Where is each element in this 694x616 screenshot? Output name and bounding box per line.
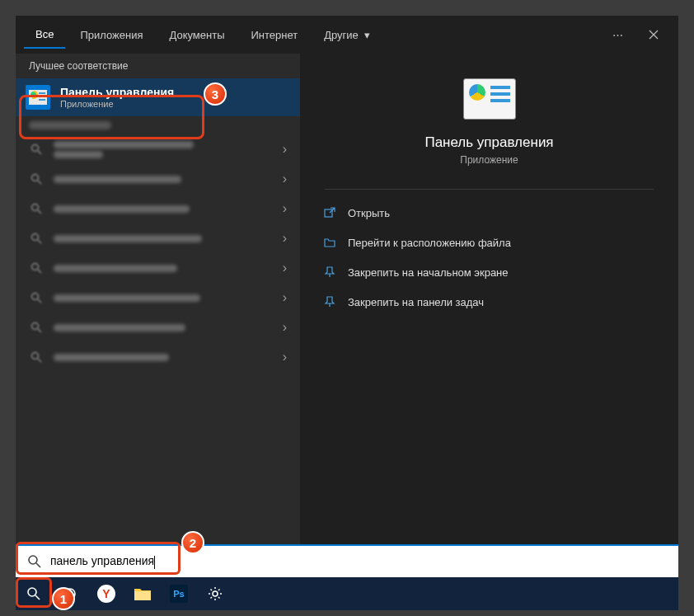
- separator: [325, 189, 654, 190]
- search-topbar: Все Приложения Документы Интернет Другие…: [16, 16, 678, 54]
- search-icon: [29, 290, 44, 305]
- chevron-down-icon: ▾: [364, 29, 370, 41]
- svg-point-19: [213, 591, 218, 596]
- result-control-panel[interactable]: Панель управления Приложение: [16, 78, 300, 116]
- chevron-right-icon: ›: [283, 350, 287, 364]
- action-file-location[interactable]: Перейти к расположению файла: [317, 228, 662, 257]
- action-pin-start[interactable]: Закрепить на начальном экране: [317, 257, 662, 287]
- preview-subtitle: Приложение: [460, 154, 518, 166]
- pin-icon: [323, 266, 336, 279]
- web-result[interactable]: ›: [16, 253, 300, 283]
- search-icon: [29, 261, 44, 275]
- search-window: Все Приложения Документы Интернет Другие…: [16, 16, 678, 577]
- open-icon: [323, 206, 336, 219]
- web-result[interactable]: ›: [16, 283, 300, 313]
- svg-rect-14: [325, 209, 332, 217]
- svg-point-11: [32, 294, 39, 300]
- search-input-text: панель управления: [50, 554, 154, 567]
- text-cursor: [154, 556, 155, 569]
- chevron-right-icon: ›: [283, 172, 287, 186]
- web-result[interactable]: ›: [16, 164, 300, 194]
- result-title: Панель управления: [60, 86, 290, 99]
- taskbar-photoshop-button[interactable]: Ps: [161, 577, 197, 610]
- preview-panel: Панель управления Приложение Открыть Пер…: [300, 54, 678, 577]
- tab-all[interactable]: Все: [24, 21, 65, 49]
- action-label: Открыть: [348, 207, 390, 219]
- taskbar-explorer-button[interactable]: [124, 577, 161, 610]
- action-pin-taskbar[interactable]: Закрепить на панели задач: [317, 287, 662, 317]
- web-result[interactable]: ›: [16, 313, 300, 342]
- search-input[interactable]: панель управления: [50, 554, 667, 568]
- search-icon: [29, 172, 44, 186]
- search-icon: [27, 554, 42, 569]
- search-icon: [29, 231, 44, 246]
- tab-documents[interactable]: Документы: [157, 22, 236, 48]
- web-result[interactable]: ›: [16, 342, 300, 372]
- svg-point-7: [32, 175, 39, 181]
- action-label: Перейти к расположению файла: [348, 237, 511, 249]
- svg-point-17: [65, 589, 75, 599]
- tab-internet[interactable]: Интернет: [239, 22, 309, 48]
- action-open[interactable]: Открыть: [317, 198, 662, 228]
- pin-taskbar-icon: [323, 295, 336, 308]
- results-panel: Лучшее соответствие Панель управления Пр…: [16, 54, 300, 577]
- svg-point-12: [32, 323, 39, 330]
- close-icon: [649, 30, 659, 40]
- svg-rect-18: [134, 591, 151, 600]
- chevron-right-icon: ›: [283, 142, 287, 157]
- chevron-right-icon: ›: [283, 320, 287, 335]
- search-bar[interactable]: панель управления: [16, 544, 678, 577]
- web-search-header: [16, 116, 300, 134]
- taskbar: Y Ps: [16, 577, 678, 610]
- search-icon: [29, 142, 44, 157]
- svg-point-13: [32, 353, 39, 360]
- web-result[interactable]: ›: [16, 194, 300, 223]
- chevron-right-icon: ›: [283, 261, 287, 275]
- taskbar-search-button[interactable]: [16, 577, 52, 610]
- taskbar-yandex-button[interactable]: Y: [88, 577, 124, 610]
- svg-point-9: [32, 234, 39, 241]
- tab-more[interactable]: Другие ▾: [312, 22, 382, 48]
- web-result[interactable]: ›: [16, 134, 300, 164]
- taskbar-cortana-button[interactable]: [52, 577, 88, 610]
- action-label: Закрепить на начальном экране: [348, 266, 509, 279]
- chevron-right-icon: ›: [283, 231, 287, 246]
- svg-point-6: [32, 145, 39, 152]
- svg-rect-5: [39, 99, 45, 101]
- chevron-right-icon: ›: [283, 201, 287, 216]
- tab-apps[interactable]: Приложения: [68, 22, 154, 48]
- result-subtitle: Приложение: [60, 99, 290, 109]
- preview-title: Панель управления: [424, 134, 553, 151]
- search-icon: [29, 201, 44, 216]
- best-match-header: Лучшее соответствие: [16, 54, 300, 78]
- svg-rect-4: [39, 96, 45, 97]
- svg-point-10: [32, 264, 39, 270]
- close-button[interactable]: [637, 18, 670, 51]
- chevron-right-icon: ›: [283, 290, 287, 305]
- search-icon: [29, 320, 44, 335]
- svg-point-16: [28, 588, 36, 596]
- tab-more-label: Другие: [324, 29, 359, 41]
- control-panel-large-icon: [463, 78, 516, 120]
- svg-point-8: [32, 205, 39, 211]
- web-result[interactable]: ›: [16, 223, 300, 253]
- svg-rect-3: [39, 92, 45, 94]
- action-label: Закрепить на панели задач: [348, 296, 484, 308]
- folder-icon: [323, 236, 336, 249]
- svg-point-15: [29, 556, 37, 564]
- search-icon: [29, 350, 44, 364]
- taskbar-settings-button[interactable]: [197, 577, 233, 610]
- gear-icon: [208, 586, 223, 601]
- control-panel-icon: [26, 85, 50, 110]
- ellipsis-button[interactable]: ⋯: [601, 18, 634, 51]
